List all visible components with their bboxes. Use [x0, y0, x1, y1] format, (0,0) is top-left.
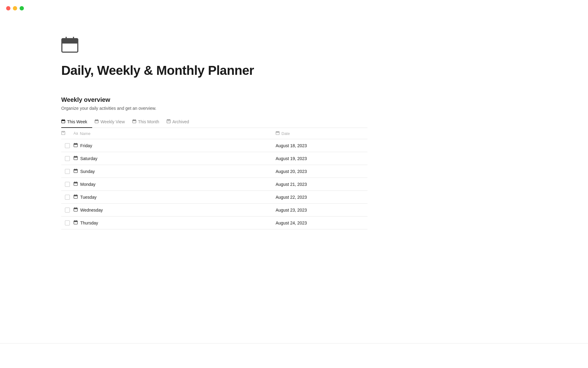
svg-rect-35 [74, 182, 77, 183]
checkbox-0[interactable] [65, 143, 70, 148]
svg-rect-31 [74, 169, 77, 171]
date-header-icon [276, 131, 280, 136]
date-header-label: Date [281, 131, 290, 136]
trash-header-icon [61, 131, 65, 136]
svg-rect-47 [74, 221, 77, 222]
page-content: Daily, Weekly & Monthly Planner Weekly o… [0, 0, 429, 254]
row-name-6: Thursday [74, 217, 276, 228]
tab-this-week-label: This Week [67, 119, 87, 124]
row-calendar-icon-6 [74, 220, 78, 225]
section-description: Organize your daily activities and get a… [61, 106, 368, 111]
page-title: Daily, Weekly & Monthly Planner [61, 63, 368, 78]
row-day-name-5: Wednesday [80, 208, 103, 213]
tabs-container: This Week Weekly View [61, 117, 368, 128]
svg-rect-39 [74, 195, 77, 196]
table-row[interactable]: Sunday August 20, 2023 [61, 165, 368, 178]
tab-weekly-view-icon [95, 119, 99, 124]
close-button[interactable] [6, 6, 10, 10]
checkbox-2[interactable] [65, 169, 70, 174]
row-calendar-icon-1 [74, 156, 78, 161]
row-name-3: Monday [74, 178, 276, 190]
row-checkbox-2[interactable] [61, 169, 74, 174]
row-name-1: Saturday [74, 153, 276, 164]
row-calendar-icon-2 [74, 169, 78, 174]
calendar-large-icon [61, 37, 78, 53]
tab-this-month[interactable]: This Month [132, 117, 164, 128]
table-row[interactable]: Monday August 21, 2023 [61, 178, 368, 191]
checkbox-6[interactable] [65, 220, 70, 225]
svg-rect-23 [74, 144, 77, 145]
table-row[interactable]: Tuesday August 22, 2023 [61, 191, 368, 204]
row-day-name-1: Saturday [80, 156, 97, 161]
row-name-0: Friday [74, 140, 276, 151]
table-row[interactable]: Friday August 18, 2023 [61, 139, 368, 152]
checkbox-3[interactable] [65, 182, 70, 187]
tab-this-week-icon [61, 119, 65, 124]
table-row[interactable]: Thursday August 24, 2023 [61, 217, 368, 229]
row-date-2: August 20, 2023 [276, 166, 368, 177]
table-row[interactable]: Wednesday August 23, 2023 [61, 204, 368, 217]
checkbox-4[interactable] [65, 195, 70, 200]
row-calendar-icon-4 [74, 194, 78, 200]
row-calendar-icon-3 [74, 182, 78, 187]
svg-rect-43 [74, 208, 77, 209]
row-date-0: August 18, 2023 [276, 140, 368, 151]
svg-rect-21 [276, 132, 279, 133]
row-checkbox-3[interactable] [61, 182, 74, 187]
svg-rect-9 [95, 120, 98, 121]
window-controls [6, 6, 24, 10]
table: Aa Name Date [61, 128, 368, 229]
svg-rect-16 [167, 120, 170, 123]
header-name: Aa Name [74, 131, 276, 136]
tab-this-month-icon [132, 119, 136, 124]
name-header-label: Name [80, 131, 91, 136]
row-calendar-icon-0 [74, 143, 78, 148]
row-checkbox-5[interactable] [61, 208, 74, 213]
row-day-name-4: Tuesday [80, 195, 96, 200]
row-date-4: August 22, 2023 [276, 192, 368, 203]
tab-archived-label: Archived [172, 119, 189, 124]
section-title: Weekly overview [61, 96, 368, 103]
checkbox-5[interactable] [65, 208, 70, 213]
minimize-button[interactable] [13, 6, 17, 10]
row-day-name-2: Sunday [80, 169, 95, 174]
row-date-3: August 21, 2023 [276, 179, 368, 190]
row-date-6: August 24, 2023 [276, 217, 368, 228]
row-day-name-0: Friday [80, 143, 92, 148]
tab-archived-icon [167, 119, 171, 124]
bottom-divider [0, 343, 588, 343]
svg-rect-1 [62, 39, 78, 44]
row-name-4: Tuesday [74, 191, 276, 203]
svg-rect-18 [62, 132, 65, 135]
checkbox-1[interactable] [65, 156, 70, 161]
header-trash [61, 131, 74, 136]
row-day-name-6: Thursday [80, 220, 98, 225]
svg-rect-5 [62, 120, 65, 121]
header-date: Date [276, 131, 368, 136]
row-day-name-3: Monday [80, 182, 96, 187]
row-name-2: Sunday [74, 166, 276, 177]
tab-this-week[interactable]: This Week [61, 117, 92, 128]
tab-weekly-view[interactable]: Weekly View [95, 117, 130, 128]
tab-archived[interactable]: Archived [167, 117, 194, 128]
row-date-1: August 19, 2023 [276, 153, 368, 164]
row-date-5: August 23, 2023 [276, 205, 368, 216]
name-header-icon: Aa [74, 131, 78, 136]
svg-rect-27 [74, 156, 77, 158]
row-calendar-icon-5 [74, 207, 78, 213]
table-header: Aa Name Date [61, 128, 368, 139]
page-icon [61, 37, 368, 54]
row-checkbox-4[interactable] [61, 195, 74, 200]
row-checkbox-1[interactable] [61, 156, 74, 161]
tab-this-month-label: This Month [138, 119, 159, 124]
row-checkbox-6[interactable] [61, 220, 74, 225]
table-body: Friday August 18, 2023 Saturday August [61, 139, 368, 229]
table-row[interactable]: Saturday August 19, 2023 [61, 152, 368, 165]
maximize-button[interactable] [20, 6, 24, 10]
row-checkbox-0[interactable] [61, 143, 74, 148]
row-name-5: Wednesday [74, 204, 276, 216]
tab-weekly-view-label: Weekly View [100, 119, 125, 124]
svg-rect-13 [132, 120, 136, 121]
